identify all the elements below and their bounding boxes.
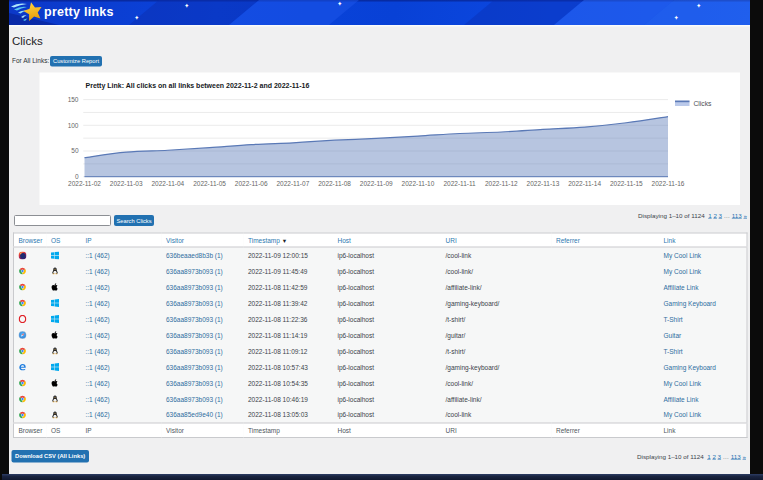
svg-text:2022-11-14: 2022-11-14 xyxy=(568,180,601,187)
svg-text:2022-11-10: 2022-11-10 xyxy=(402,180,435,187)
svg-text:2022-11-06: 2022-11-06 xyxy=(235,180,268,187)
svg-text:2022-11-08: 2022-11-08 xyxy=(318,180,351,187)
svg-text:2022-11-13: 2022-11-13 xyxy=(527,180,560,187)
svg-text:2022-11-09: 2022-11-09 xyxy=(360,180,393,187)
svg-text:50: 50 xyxy=(71,147,79,154)
svg-text:2022-11-05: 2022-11-05 xyxy=(193,180,226,187)
svg-text:2022-11-07: 2022-11-07 xyxy=(277,180,310,187)
svg-text:100: 100 xyxy=(68,122,79,129)
svg-text:2022-11-02: 2022-11-02 xyxy=(68,180,101,187)
svg-text:0: 0 xyxy=(75,173,79,180)
svg-text:2022-11-11: 2022-11-11 xyxy=(443,180,476,187)
svg-text:2022-11-15: 2022-11-15 xyxy=(610,180,643,187)
svg-text:2022-11-16: 2022-11-16 xyxy=(652,180,685,187)
svg-text:2022-11-03: 2022-11-03 xyxy=(110,180,143,187)
svg-text:2022-11-12: 2022-11-12 xyxy=(485,180,518,187)
svg-text:2022-11-04: 2022-11-04 xyxy=(151,180,184,187)
svg-text:150: 150 xyxy=(68,96,79,103)
svg-text:Pretty Link: All clicks on all: Pretty Link: All clicks on all links bet… xyxy=(86,82,310,90)
svg-text:Clicks: Clicks xyxy=(694,100,713,107)
